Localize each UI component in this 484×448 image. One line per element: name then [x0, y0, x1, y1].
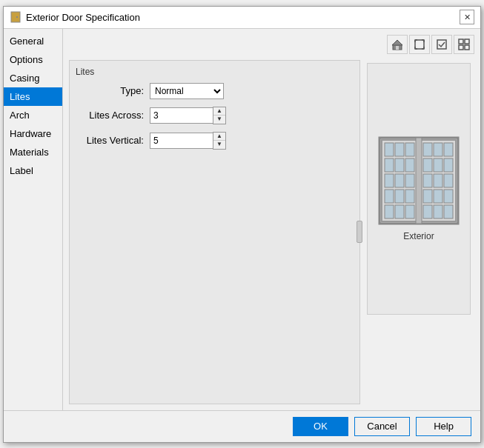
dialog-body: GeneralOptionsCasingLitesArchHardwareMat… — [4, 29, 480, 410]
svg-rect-49 — [423, 205, 432, 218]
content-split: Lites Type: Normal Custom None — [69, 60, 474, 404]
svg-rect-46 — [423, 190, 432, 203]
sidebar-item-label[interactable]: Label — [4, 161, 62, 180]
lites-vertical-spinner: ▲ ▼ — [213, 132, 226, 150]
svg-rect-44 — [434, 174, 442, 187]
svg-rect-31 — [395, 190, 404, 203]
lites-across-row: Lites Across: ▲ ▼ — [76, 107, 354, 124]
svg-marker-3 — [392, 40, 402, 45]
lites-vertical-down[interactable]: ▼ — [213, 141, 225, 149]
sidebar-item-lites[interactable]: Lites — [4, 87, 62, 106]
svg-rect-42 — [444, 158, 453, 172]
lites-vertical-label: Lites Vertical: — [76, 135, 150, 146]
lites-vertical-input[interactable] — [150, 133, 213, 149]
svg-rect-25 — [395, 158, 404, 172]
svg-rect-41 — [434, 158, 442, 172]
svg-rect-45 — [444, 174, 453, 187]
svg-rect-22 — [395, 143, 404, 156]
svg-rect-33 — [385, 205, 394, 218]
svg-rect-24 — [385, 158, 394, 172]
svg-rect-47 — [434, 190, 442, 203]
svg-rect-52 — [416, 138, 422, 224]
svg-rect-39 — [444, 143, 453, 156]
svg-rect-37 — [423, 143, 432, 156]
exterior-door-dialog: Exterior Door Specification ✕ GeneralOpt… — [3, 6, 481, 443]
svg-rect-48 — [444, 190, 453, 203]
dialog-title: Exterior Door Specification — [26, 12, 140, 23]
lites-across-label: Lites Across: — [76, 110, 150, 121]
ok-button[interactable]: OK — [293, 417, 348, 436]
svg-rect-43 — [423, 174, 432, 187]
svg-rect-27 — [385, 174, 394, 187]
sidebar-item-arch[interactable]: Arch — [4, 106, 62, 124]
svg-rect-14 — [437, 40, 446, 49]
title-bar: Exterior Door Specification ✕ — [4, 7, 480, 29]
cancel-button[interactable]: Cancel — [354, 417, 410, 436]
svg-rect-15 — [459, 39, 463, 44]
lites-across-down[interactable]: ▼ — [213, 116, 225, 124]
lites-panel: Lites Type: Normal Custom None — [69, 60, 360, 404]
sidebar-item-casing[interactable]: Casing — [4, 69, 62, 87]
svg-rect-29 — [405, 174, 414, 187]
top-toolbar — [69, 35, 474, 54]
svg-rect-21 — [385, 143, 394, 156]
lites-vertical-up[interactable]: ▲ — [213, 133, 225, 141]
svg-rect-16 — [465, 39, 469, 44]
door-icon — [10, 11, 21, 23]
close-button[interactable]: ✕ — [460, 10, 474, 24]
svg-rect-51 — [444, 205, 453, 218]
home-view-button[interactable] — [387, 35, 408, 54]
right-panel: Exterior — [363, 60, 474, 404]
svg-rect-18 — [465, 45, 469, 50]
resize-handle-right[interactable] — [357, 221, 362, 243]
section-label: Lites — [76, 67, 354, 77]
fit-view-button[interactable] — [409, 35, 430, 54]
svg-rect-40 — [423, 158, 432, 172]
type-row: Type: Normal Custom None — [76, 83, 354, 99]
sidebar-item-general[interactable]: General — [4, 32, 62, 50]
svg-rect-32 — [405, 190, 414, 203]
svg-rect-1 — [16, 16, 18, 18]
help-button[interactable]: Help — [416, 417, 471, 436]
svg-rect-0 — [11, 12, 20, 22]
lites-vertical-row: Lites Vertical: ▲ ▼ — [76, 132, 354, 150]
lites-across-spinner: ▲ ▼ — [213, 107, 226, 124]
type-control: Normal Custom None — [150, 83, 224, 99]
type-select[interactable]: Normal Custom None — [150, 83, 224, 99]
main-area: Lites Type: Normal Custom None — [63, 29, 480, 410]
sidebar-item-options[interactable]: Options — [4, 50, 62, 69]
svg-rect-50 — [434, 205, 442, 218]
type-label: Type: — [76, 85, 150, 96]
svg-rect-35 — [405, 205, 414, 218]
svg-rect-4 — [396, 46, 399, 50]
preview-box: Exterior — [367, 63, 471, 315]
grid-button[interactable] — [454, 35, 474, 54]
lites-across-control: ▲ ▼ — [150, 107, 226, 124]
door-preview-svg — [378, 136, 460, 225]
lites-across-up[interactable]: ▲ — [213, 107, 225, 116]
check-button[interactable] — [431, 35, 452, 54]
svg-rect-34 — [395, 205, 404, 218]
title-bar-left: Exterior Door Specification — [10, 11, 140, 23]
dialog-footer: OK Cancel Help — [4, 410, 480, 442]
preview-label: Exterior — [403, 231, 434, 241]
sidebar-item-hardware[interactable]: Hardware — [4, 124, 62, 143]
svg-rect-23 — [405, 143, 414, 156]
svg-rect-17 — [459, 45, 463, 50]
svg-rect-30 — [385, 190, 394, 203]
sidebar-item-materials[interactable]: Materials — [4, 143, 62, 161]
svg-rect-38 — [434, 143, 442, 156]
sidebar: GeneralOptionsCasingLitesArchHardwareMat… — [4, 29, 63, 410]
svg-rect-28 — [395, 174, 404, 187]
lites-vertical-control: ▲ ▼ — [150, 132, 226, 150]
lites-across-input[interactable] — [150, 107, 213, 124]
svg-rect-5 — [415, 40, 424, 49]
svg-rect-26 — [405, 158, 414, 172]
